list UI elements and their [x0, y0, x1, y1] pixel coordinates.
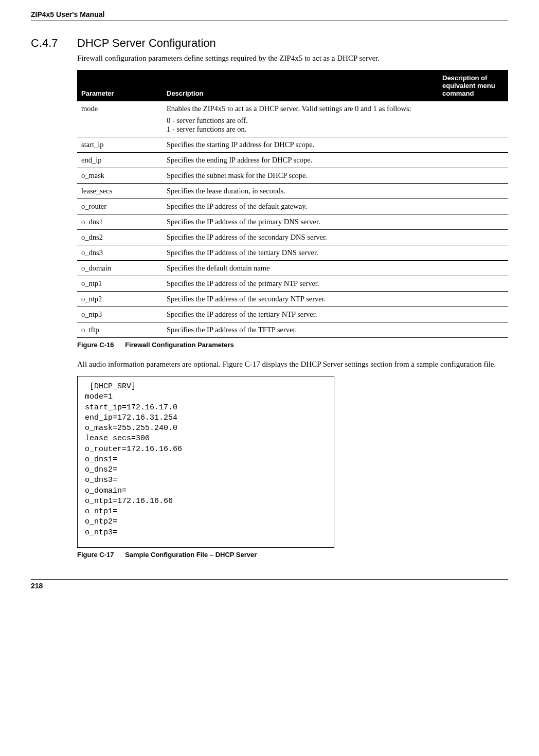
cell-param: o_dns2 [77, 230, 163, 245]
cell-desc: Specifies the IP address of the tertiary… [163, 307, 438, 322]
cell-equiv [438, 137, 508, 153]
figure-caption-17: Figure C-17 Sample Configuration File – … [77, 551, 508, 559]
table-row: o_ntp3 Specifies the IP address of the t… [77, 307, 508, 322]
cell-param: o_tftp [77, 322, 163, 338]
table-row: o_tftp Specifies the IP address of the T… [77, 322, 508, 338]
cell-param: mode [77, 101, 163, 137]
table-row: o_ntp2 Specifies the IP address of the s… [77, 292, 508, 307]
cell-equiv [438, 184, 508, 199]
cell-equiv [438, 101, 508, 137]
cell-param: o_ntp2 [77, 292, 163, 307]
cell-equiv [438, 153, 508, 168]
cell-equiv [438, 276, 508, 292]
table-row: o_dns1 Specifies the IP address of the p… [77, 214, 508, 230]
cell-equiv [438, 214, 508, 230]
figure-text: Firewall Configuration Parameters [125, 341, 234, 349]
cell-desc: Specifies the IP address of the secondar… [163, 230, 438, 245]
table-row: o_dns3 Specifies the IP address of the t… [77, 245, 508, 261]
cell-param: o_dns1 [77, 214, 163, 230]
cell-desc: Specifies the IP address of the tertiary… [163, 245, 438, 261]
cell-param: o_dns3 [77, 245, 163, 261]
doc-header: ZIP4x5 User's Manual [31, 10, 508, 21]
figure-label: Figure C-17 [77, 551, 114, 559]
cell-desc: Specifies the IP address of the primary … [163, 214, 438, 230]
intro-paragraph: Firewall configuration parameters define… [77, 54, 508, 63]
cell-param: start_ip [77, 137, 163, 153]
paragraph-after-table: All audio information parameters are opt… [77, 360, 508, 369]
cell-desc: Specifies the subnet mask for the DHCP s… [163, 168, 438, 184]
table-row: end_ip Specifies the ending IP address f… [77, 153, 508, 168]
table-row: o_dns2 Specifies the IP address of the s… [77, 230, 508, 245]
figure-text: Sample Configuration File – DHCP Server [125, 551, 257, 559]
cell-param: lease_secs [77, 184, 163, 199]
cell-desc-line: 1 - server functions are on. [167, 125, 434, 134]
table-row: lease_secs Specifies the lease duration,… [77, 184, 508, 199]
code-sample-box: [DHCP_SRV] mode=1 start_ip=172.16.17.0 e… [77, 376, 334, 548]
cell-param: o_router [77, 199, 163, 214]
parameter-table: Parameter Description Description of equ… [77, 70, 508, 338]
cell-equiv [438, 261, 508, 276]
cell-param: o_domain [77, 261, 163, 276]
cell-desc-line: 0 - server functions are off. [167, 116, 434, 125]
table-row: start_ip Specifies the starting IP addre… [77, 137, 508, 153]
col-header-parameter: Parameter [77, 70, 163, 101]
figure-label: Figure C-16 [77, 341, 114, 349]
cell-equiv [438, 230, 508, 245]
cell-equiv [438, 307, 508, 322]
cell-desc: Specifies the IP address of the primary … [163, 276, 438, 292]
col-header-equivalent: Description of equivalent menu command [438, 70, 508, 101]
cell-equiv [438, 245, 508, 261]
cell-desc-line: Enables the ZIP4x5 to act as a DHCP serv… [167, 104, 434, 113]
cell-param: o_ntp3 [77, 307, 163, 322]
cell-desc: Specifies the starting IP address for DH… [163, 137, 438, 153]
table-row: o_mask Specifies the subnet mask for the… [77, 168, 508, 184]
cell-desc: Specifies the ending IP address for DHCP… [163, 153, 438, 168]
cell-desc: Specifies the IP address of the TFTP ser… [163, 322, 438, 338]
cell-param: o_ntp1 [77, 276, 163, 292]
cell-desc: Specifies the lease duration, in seconds… [163, 184, 438, 199]
cell-desc: Enables the ZIP4x5 to act as a DHCP serv… [163, 101, 438, 137]
table-row: mode Enables the ZIP4x5 to act as a DHCP… [77, 101, 508, 137]
table-row: o_ntp1 Specifies the IP address of the p… [77, 276, 508, 292]
cell-equiv [438, 292, 508, 307]
cell-equiv [438, 168, 508, 184]
section-number: C.4.7 [31, 37, 77, 50]
cell-desc: Specifies the IP address of the default … [163, 199, 438, 214]
cell-equiv [438, 322, 508, 338]
cell-param: o_mask [77, 168, 163, 184]
col-header-description: Description [163, 70, 438, 101]
cell-equiv [438, 199, 508, 214]
section-title: DHCP Server Configuration [77, 37, 216, 50]
table-row: o_domain Specifies the default domain na… [77, 261, 508, 276]
table-row: o_router Specifies the IP address of the… [77, 199, 508, 214]
cell-desc: Specifies the default domain name [163, 261, 438, 276]
page-number: 218 [31, 579, 508, 590]
figure-caption-16: Figure C-16 Firewall Configuration Param… [77, 341, 508, 349]
cell-param: end_ip [77, 153, 163, 168]
cell-desc: Specifies the IP address of the secondar… [163, 292, 438, 307]
